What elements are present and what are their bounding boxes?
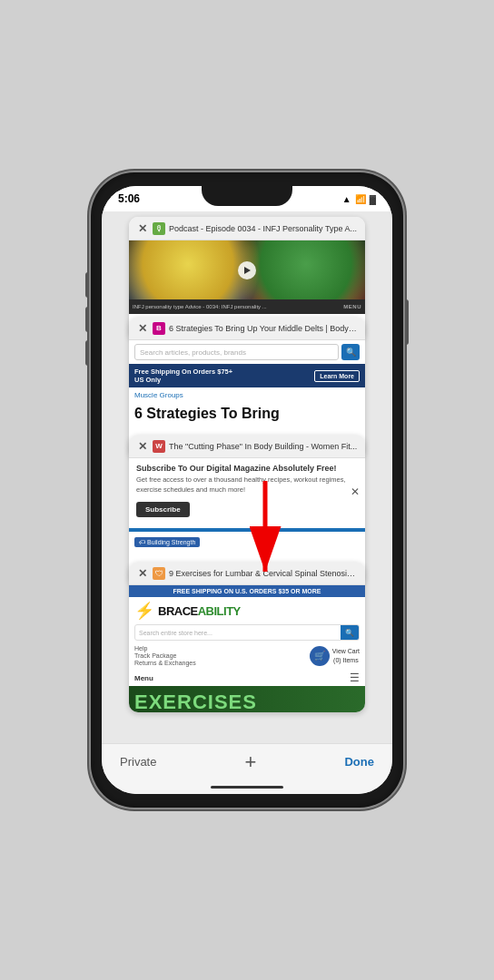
bb-search-input[interactable]: Search articles, products, brands bbox=[134, 344, 339, 360]
brace-nav-row: Help Track Package Returns & Exchanges 🛒… bbox=[129, 643, 365, 668]
learn-more-button[interactable]: Learn More bbox=[314, 370, 360, 382]
tab-title-1: Podcast - Episode 0034 - INFJ Personalit… bbox=[169, 224, 358, 233]
brace-nav-links: Help Track Package Returns & Exchanges bbox=[134, 645, 196, 666]
tab-bar-1: ✕ 🎙 Podcast - Episode 0034 - INFJ Person… bbox=[129, 217, 365, 240]
brace-logo-symbol: ⚡ bbox=[134, 601, 154, 621]
private-button[interactable]: Private bbox=[120, 755, 156, 769]
player-menu-button[interactable]: MENU bbox=[343, 304, 361, 309]
tab-close-2[interactable]: ✕ bbox=[136, 322, 149, 335]
exercises-banner: EXERCISESTO TREAT bbox=[129, 686, 365, 712]
bottom-toolbar: Private + Done bbox=[102, 743, 392, 779]
status-icons: ▲ 📶 ▓ bbox=[342, 194, 376, 204]
phone-frame: 5:06 ▲ 📶 ▓ ✕ 🎙 Podcast - Episode 0034 - … bbox=[91, 172, 403, 808]
bb-search-button[interactable]: 🔍 bbox=[341, 344, 360, 360]
ability-text: ABILITY bbox=[198, 604, 241, 618]
brace-search-button[interactable]: 🔍 bbox=[341, 624, 359, 641]
battery-icon: ▓ bbox=[370, 194, 376, 204]
popup-close-button[interactable]: ✕ bbox=[351, 485, 360, 498]
shipping-text: Free Shipping On Orders $75+US Only bbox=[134, 368, 232, 384]
podcast-thumbnail bbox=[129, 240, 365, 299]
shipping-banner: Free Shipping On Orders $75+US Only Lear… bbox=[129, 364, 365, 387]
tab-favicon-3: W bbox=[153, 440, 165, 453]
tab-favicon-4: 🛡 bbox=[153, 567, 165, 580]
brace-text: BRACE bbox=[158, 604, 198, 618]
play-triangle-icon bbox=[244, 267, 251, 274]
brace-logo: ⚡ BRACEABILITY bbox=[129, 597, 365, 624]
brace-search-input[interactable]: Search entire store here... bbox=[135, 630, 341, 636]
tab-switcher: ✕ 🎙 Podcast - Episode 0034 - INFJ Person… bbox=[102, 211, 392, 743]
bb-search-bar: Search articles, products, brands 🔍 bbox=[129, 340, 365, 364]
tab-favicon-1: 🎙 bbox=[153, 222, 165, 235]
brace-search-bar: Search entire store here... 🔍 bbox=[134, 624, 360, 641]
podcast-player-bar: INFJ personality type Advice - 0034: INF… bbox=[129, 299, 365, 314]
home-bar bbox=[211, 786, 283, 789]
signal-icon: ▲ bbox=[342, 194, 351, 204]
cart-icon[interactable]: 🛒 bbox=[310, 646, 330, 666]
tab-bar-3: ✕ W The "Cutting Phase" In Body Building… bbox=[129, 435, 365, 458]
volume-up-button[interactable] bbox=[85, 272, 89, 298]
view-cart-label[interactable]: View Cart(0) Items bbox=[332, 647, 360, 663]
new-tab-button[interactable]: + bbox=[245, 750, 257, 774]
player-track-text: INFJ personality type Advice - 0034: INF… bbox=[133, 304, 341, 309]
hamburger-icon[interactable]: ☰ bbox=[350, 671, 360, 684]
brace-menu-row: Menu ☰ bbox=[129, 670, 365, 686]
tab-close-3[interactable]: ✕ bbox=[136, 440, 149, 453]
brace-help-link[interactable]: Help bbox=[134, 645, 196, 652]
building-strength-tag: 🏷 Building Strength bbox=[134, 537, 200, 547]
bb-page-heading: 6 Strategies To Bring bbox=[129, 403, 365, 424]
brace-track-link[interactable]: Track Package bbox=[134, 652, 196, 659]
brace-logo-wordmark: BRACEABILITY bbox=[158, 604, 241, 618]
tag-label: Building Strength bbox=[147, 539, 195, 545]
popup-title: Subscribe To Our Digital Magazine Absolu… bbox=[136, 464, 347, 473]
notch bbox=[202, 186, 292, 206]
power-button[interactable] bbox=[405, 299, 409, 345]
muscle-groups-link[interactable]: Muscle Groups bbox=[129, 387, 365, 403]
done-button[interactable]: Done bbox=[344, 755, 374, 769]
subscribe-button[interactable]: Subscribe bbox=[136, 502, 190, 517]
volume-down-button[interactable] bbox=[85, 307, 89, 332]
status-time: 5:06 bbox=[118, 192, 140, 205]
tab-favicon-2: B bbox=[153, 322, 165, 335]
tag-icon: 🏷 bbox=[139, 539, 145, 545]
brace-menu-label[interactable]: Menu bbox=[134, 674, 153, 682]
brace-returns-link[interactable]: Returns & Exchanges bbox=[134, 660, 196, 666]
tab-close-4[interactable]: ✕ bbox=[136, 567, 149, 580]
play-button[interactable] bbox=[238, 261, 256, 279]
tab-title-3: The "Cutting Phase" In Body Building - W… bbox=[169, 442, 358, 451]
tab-close-1[interactable]: ✕ bbox=[136, 222, 149, 235]
silent-switch[interactable] bbox=[85, 340, 89, 366]
red-arrow bbox=[229, 476, 301, 585]
tab-content-braceability: FREE SHIPPING ON U.S. ORDERS $35 OR MORE… bbox=[129, 585, 365, 712]
tab-bar-2: ✕ B 6 Strategies To Bring Up Your Middle… bbox=[129, 317, 365, 340]
phone-screen: 5:06 ▲ 📶 ▓ ✕ 🎙 Podcast - Episode 0034 - … bbox=[102, 186, 392, 794]
wifi-icon: 📶 bbox=[355, 194, 366, 204]
home-indicator bbox=[102, 779, 392, 794]
tab-title-2: 6 Strategies To Bring Up Your Middle Del… bbox=[169, 324, 358, 333]
brace-cart-section: 🛒 View Cart(0) Items bbox=[310, 646, 360, 666]
brace-free-shipping-banner: FREE SHIPPING ON U.S. ORDERS $35 OR MORE bbox=[129, 585, 365, 597]
